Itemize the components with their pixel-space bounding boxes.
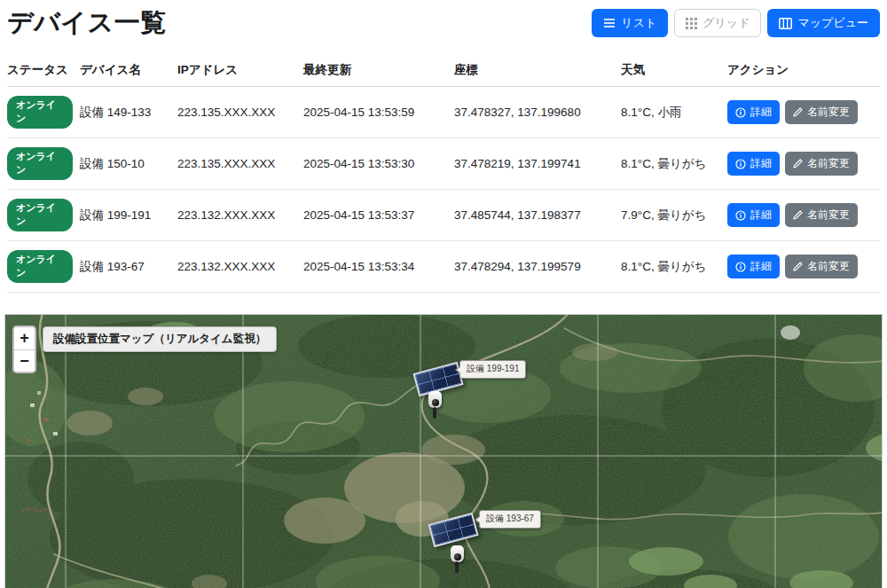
marker-pole	[433, 407, 436, 419]
list-view-button[interactable]: リスト	[592, 9, 668, 37]
header-actions: アクション	[727, 55, 880, 87]
table-row: オンライン 設備 193-67 223.132.XXX.XXX 2025-04-…	[7, 241, 880, 293]
ip-cell: 223.135.XXX.XXX	[177, 87, 303, 138]
satellite-imagery	[5, 315, 883, 588]
marker-tooltip: 設備 199-191	[459, 360, 526, 379]
page-title: デバイス一覧	[7, 5, 167, 41]
rename-button[interactable]: 名前変更	[785, 203, 858, 227]
coords-cell: 37.478219, 137.199741	[454, 138, 621, 190]
weather-cell: 8.1°C, 曇りがち	[621, 138, 727, 190]
weather-cell: 8.1°C, 小雨	[621, 87, 727, 138]
header: デバイス一覧 リスト グリッド マップビュー	[0, 0, 887, 41]
map-icon	[779, 18, 792, 29]
weather-cell: 8.1°C, 曇りがち	[621, 241, 727, 293]
ip-cell: 223.132.XXX.XXX	[177, 241, 303, 293]
header-ip: IPアドレス	[177, 55, 303, 87]
marker-tooltip: 設備 193-67	[479, 510, 541, 529]
header-weather: 天気	[621, 55, 727, 87]
status-badge: オンライン	[7, 250, 73, 283]
device-name-cell: 設備 149-133	[80, 87, 177, 138]
pencil-icon	[793, 107, 803, 117]
pencil-icon	[793, 210, 803, 220]
info-icon	[735, 262, 746, 272]
status-badge: オンライン	[7, 96, 73, 129]
camera-icon	[451, 545, 464, 562]
status-badge: オンライン	[7, 147, 73, 180]
status-badge: オンライン	[7, 199, 73, 231]
weather-cell: 7.9°C, 曇りがち	[621, 190, 727, 241]
grid-icon	[686, 18, 697, 29]
map-view-button[interactable]: マップビュー	[767, 9, 880, 37]
rename-button[interactable]: 名前変更	[785, 255, 858, 278]
info-icon	[735, 210, 746, 221]
detail-button[interactable]: 詳細	[727, 152, 780, 176]
map-zoom-control: + −	[12, 325, 36, 373]
camera-icon	[428, 391, 442, 408]
rename-button[interactable]: 名前変更	[785, 100, 858, 124]
detail-button[interactable]: 詳細	[727, 203, 780, 227]
coords-cell: 37.478294, 137.199579	[454, 241, 621, 293]
header-device-name: デバイス名	[80, 55, 177, 87]
zoom-in-button[interactable]: +	[14, 327, 35, 349]
table-row: オンライン 設備 150-10 223.135.XXX.XXX 2025-04-…	[7, 138, 880, 190]
coords-cell: 37.478327, 137.199680	[454, 87, 621, 138]
device-name-cell: 設備 150-10	[80, 138, 177, 190]
table-row: オンライン 設備 149-133 223.135.XXX.XXX 2025-04…	[7, 87, 880, 138]
detail-button[interactable]: 詳細	[727, 100, 780, 124]
rename-button[interactable]: 名前変更	[785, 152, 858, 176]
header-status: ステータス	[7, 55, 80, 87]
device-name-cell: 設備 193-67	[80, 241, 177, 293]
device-location-map[interactable]: + − 設備設置位置マップ（リアルタイム監視） 設備 199-191 設備 19…	[4, 314, 883, 588]
ip-cell: 223.132.XXX.XXX	[177, 190, 303, 241]
detail-button[interactable]: 詳細	[727, 255, 780, 278]
device-table: ステータス デバイス名 IPアドレス 最終更新 座標 天気 アクション オンライ…	[7, 55, 880, 293]
info-icon	[735, 107, 746, 118]
zoom-out-button[interactable]: −	[14, 349, 35, 372]
updated-cell: 2025-04-15 13:53:30	[303, 138, 454, 190]
updated-cell: 2025-04-15 13:53:37	[303, 190, 454, 241]
header-coords: 座標	[454, 55, 621, 87]
pencil-icon	[793, 159, 803, 169]
list-icon	[603, 18, 616, 28]
grid-view-button[interactable]: グリッド	[674, 9, 761, 37]
map-title-overlay: 設備設置位置マップ（リアルタイム監視）	[43, 326, 277, 352]
device-name-cell: 設備 199-191	[80, 190, 177, 241]
updated-cell: 2025-04-15 13:53:59	[303, 87, 454, 138]
device-table-header: ステータス デバイス名 IPアドレス 最終更新 座標 天気 アクション	[7, 55, 880, 87]
ip-cell: 223.135.XXX.XXX	[177, 138, 303, 190]
view-switcher: リスト グリッド マップビュー	[592, 9, 880, 37]
pencil-icon	[793, 262, 803, 271]
marker-pole	[455, 561, 459, 573]
coords-cell: 37.485744, 137.198377	[454, 190, 621, 241]
info-icon	[735, 159, 746, 169]
header-updated: 最終更新	[303, 55, 454, 87]
updated-cell: 2025-04-15 13:53:34	[303, 241, 454, 293]
table-row: オンライン 設備 199-191 223.132.XXX.XXX 2025-04…	[7, 190, 880, 241]
